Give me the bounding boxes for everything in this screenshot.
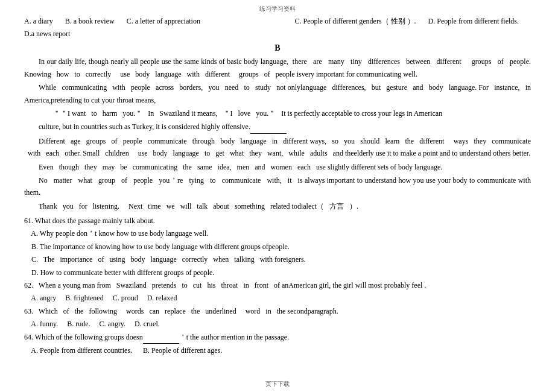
option-d-fields: D. People from different fields. [428,16,519,27]
q64-text: 64. Which of the following groups doesn … [24,333,289,341]
q61-text: 61. What does the passage mainly talk ab… [24,217,155,225]
passage-block: In our daily life, though nearly all peo… [24,55,531,212]
q63-text: 63. Which of the following words can rep… [24,307,338,315]
passage-p4: Even though they may be communicating th… [24,161,531,173]
q61-opt-c-row: C. The importance of using body language… [24,253,531,265]
question-61: 61. What does the passage mainly talk ab… [24,215,531,227]
top-label: 练习学习资料 [24,5,531,13]
question-63: 63. Which of the following words can rep… [24,305,531,317]
q61-opt-b-row: B. The importance of knowing how to use … [24,241,531,253]
q62-opts: A. angry B. frightened C. proud D. relax… [24,294,177,302]
passage-p5: No matter what group of people you＇re ty… [24,174,531,199]
q61-opt-c: C. The importance of using body language… [24,255,306,264]
option-c-letter: C. a letter of appreciation [127,16,200,27]
option-b-book-review: B. a book review [65,16,115,27]
passage-p2b: ＂＂I want to harm you.＂ In Swaziland it m… [24,107,531,119]
option-d-news: D.a news report [24,28,70,40]
passage-p2: While communicating with people across b… [24,81,531,106]
q64-opts: A. People from different countries. B. P… [24,346,222,355]
answer-row1: A. a diary B. a book review C. a letter … [24,16,531,27]
option-c-genders: C. People of different genders（ 性别 ）. [295,16,416,27]
passage-p6: Thank you for listening. Next time we wi… [24,200,531,212]
page-container: 练习学习资料 A. a diary B. a book review C. a … [0,0,555,392]
answer-row1-d: D.a news report [24,28,531,40]
q61-opt-d: D. How to communicate better with differ… [24,268,214,277]
q62-text: 62. When a young man from Swaziland pret… [24,281,426,289]
questions-block: 61. What does the passage mainly talk ab… [24,215,531,356]
passage-p3: Different age groups of people communica… [24,135,531,160]
q63-opts: A. funny. B. rude. C. angry. D. cruel. [24,320,160,328]
q61-opt-d-row: D. How to communicate better with differ… [24,267,531,279]
bottom-label: 页下下载 [24,380,531,388]
question-64: 64. Which of the following groups doesn … [24,331,531,344]
passage-p2c: culture, but in countries such as Turkey… [24,121,531,133]
q63-options: A. funny. B. rude. C. angry. D. cruel. [24,318,531,330]
q61-opt-b: B. The importance of knowing how to use … [24,242,290,251]
question-62: 62. When a young man from Swaziland pret… [24,279,531,291]
option-a-diary: A. a diary [24,16,53,27]
q61-options: A. Why people don＇t know how to use body… [24,227,531,239]
q62-options: A. angry B. frightened C. proud D. relax… [24,292,531,304]
q61-opt-a: A. Why people don＇t know how to use body… [24,229,208,238]
q64-options: A. People from different countries. B. P… [24,344,531,356]
section-b-title: B [24,43,531,53]
passage-p1: In our daily life, though nearly all peo… [24,55,531,80]
